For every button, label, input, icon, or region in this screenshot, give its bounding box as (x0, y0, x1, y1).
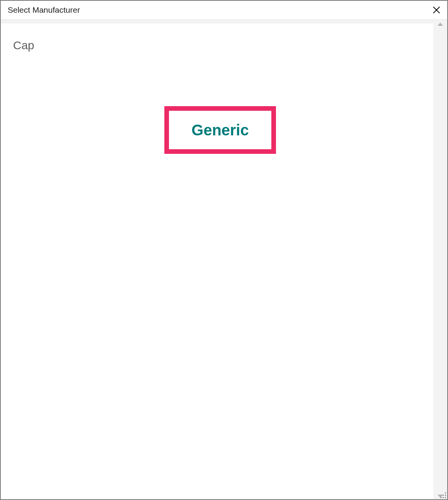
manufacturer-name: Generic (192, 122, 249, 139)
dialog-window: Select Manufacturer Cap Generic (0, 0, 448, 500)
scroll-down-icon[interactable] (438, 495, 443, 498)
content-inner: Cap Generic (1, 20, 433, 499)
close-button[interactable] (431, 5, 442, 15)
scroll-up-icon[interactable] (438, 23, 443, 26)
content-wrapper: Cap Generic (1, 20, 447, 499)
scrollbar[interactable] (433, 20, 447, 499)
filter-label: Cap (13, 39, 421, 52)
close-icon (432, 6, 441, 14)
titlebar: Select Manufacturer (1, 1, 447, 20)
top-gutter (1, 20, 433, 23)
dialog-title: Select Manufacturer (8, 5, 80, 15)
main-area: Cap Generic (1, 23, 433, 499)
manufacturer-tile[interactable]: Generic (164, 106, 276, 154)
